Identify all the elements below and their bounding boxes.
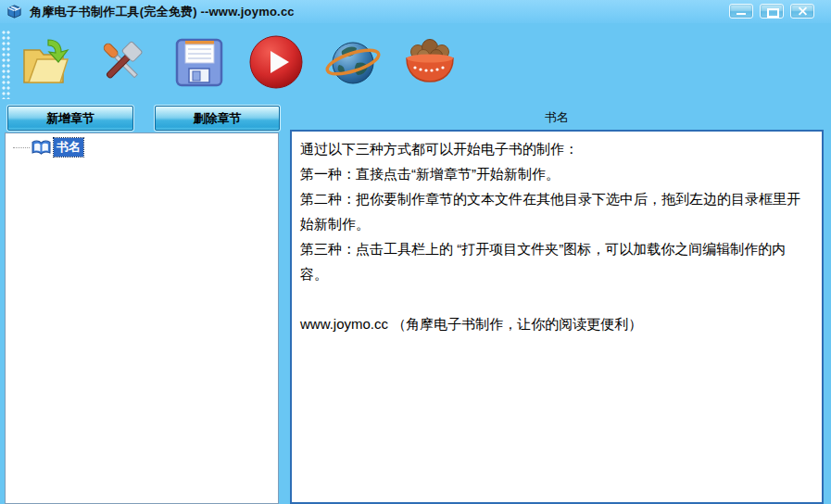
content-line: 第二种：把你要制作章节的文本文件在其他目录下选中后，拖到左边的目录框里开始新制作… xyxy=(300,186,813,236)
window-title: 角摩电子书制作工具(完全免费) --www.joymo.cc xyxy=(30,4,295,20)
chapter-tree-panel[interactable]: 书名 xyxy=(5,132,279,504)
content-line xyxy=(300,286,813,311)
toolbar xyxy=(0,23,831,105)
minimize-button[interactable] xyxy=(729,4,753,19)
tools-icon xyxy=(94,34,150,90)
save-button[interactable] xyxy=(170,32,228,92)
content-line: www.joymo.cc （角摩电子书制作，让你的阅读更便利） xyxy=(300,311,813,336)
chapter-content-editor[interactable]: 通过以下三种方式都可以开始电子书的制作： 第一种：直接点击“新增章节”开始新制作… xyxy=(290,130,824,504)
title-bar: 角摩电子书制作工具(完全免费) --www.joymo.cc xyxy=(0,0,831,23)
website-button[interactable] xyxy=(324,32,382,92)
content-line: 第一种：直接点击“新增章节”开始新制作。 xyxy=(300,161,813,186)
content-line: 通过以下三种方式都可以开始电子书的制作： xyxy=(300,136,813,161)
add-chapter-button[interactable]: 新增章节 xyxy=(7,106,133,131)
tree-item-book[interactable]: 书名 xyxy=(13,138,278,157)
toolbar-gripper[interactable] xyxy=(2,31,10,99)
settings-button[interactable] xyxy=(94,32,151,92)
open-folder-icon xyxy=(18,34,73,90)
play-icon xyxy=(247,33,305,91)
book-icon xyxy=(31,140,51,156)
globe-icon xyxy=(325,34,381,90)
tree-item-label[interactable]: 书名 xyxy=(54,138,83,157)
app-logo-icon xyxy=(6,4,22,19)
maximize-button[interactable] xyxy=(760,4,784,19)
delete-chapter-button[interactable]: 删除章节 xyxy=(155,106,280,131)
book-title-header: 书名 xyxy=(290,106,824,130)
run-button[interactable] xyxy=(247,32,305,92)
maximize-icon xyxy=(767,8,779,18)
close-button[interactable] xyxy=(790,4,814,19)
window-controls xyxy=(729,4,814,19)
goodies-button[interactable] xyxy=(401,32,459,92)
minimize-icon xyxy=(737,13,746,15)
content-line: 第三种：点击工具栏上的 “打开项目文件夹”图标，可以加载你之间编辑制作的内容。 xyxy=(300,236,813,286)
save-floppy-icon xyxy=(173,35,225,89)
snack-bowl-icon xyxy=(403,36,457,88)
open-project-folder-button[interactable] xyxy=(17,32,74,92)
tree-connector xyxy=(13,147,30,148)
